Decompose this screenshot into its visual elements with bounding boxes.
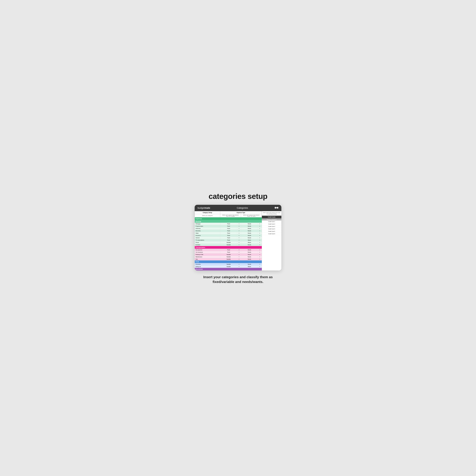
dropdown-arrow2[interactable]: ▾ <box>258 263 262 265</box>
expense-cell[interactable]: Fixed <box>220 234 237 237</box>
credit-card-item-3[interactable]: Credit Card 3 <box>262 225 281 228</box>
page-subtitle: Insert your categories and classify them… <box>195 275 281 284</box>
credit-card-item-2[interactable]: Credit Card 2 <box>262 223 281 225</box>
category-cell: Furniture <box>195 244 220 246</box>
type-cell[interactable]: Needs <box>241 263 258 265</box>
dropdown-arrow[interactable]: ▾ <box>237 253 241 256</box>
table-row: Maintenance Variable ▾ Needs ▾ <box>195 256 262 258</box>
type-cell[interactable]: Needs <box>241 251 258 253</box>
dropdown-arrow2[interactable]: ▾ <box>258 265 262 268</box>
dropdown-arrow[interactable]: ▾ <box>237 244 241 246</box>
type-cell[interactable]: Needs <box>241 258 258 260</box>
dropdown-arrow2[interactable]: ▾ <box>258 244 262 246</box>
expense-cell[interactable]: Variable <box>220 263 237 265</box>
type-cell[interactable]: Wants <box>241 241 258 244</box>
dropdown-arrow[interactable]: ▾ <box>237 258 241 260</box>
type-cell[interactable]: Needs <box>241 230 258 232</box>
dropdown-arrow[interactable]: ▾ <box>237 234 241 237</box>
type-cell[interactable]: Needs <box>241 237 258 239</box>
dropdown-arrow[interactable]: ▾ <box>237 227 241 230</box>
category-cell: Car insurance <box>195 251 220 253</box>
expense-cell[interactable]: Variable <box>220 244 237 246</box>
expense-cell[interactable]: Fixed <box>220 237 237 239</box>
dropdown-arrow2[interactable]: ▾ <box>258 256 262 258</box>
dropdown-arrow2[interactable]: ▾ <box>258 258 262 260</box>
dropdown-arrow2[interactable]: ▾ <box>258 223 262 225</box>
dropdown-arrow2[interactable]: ▾ <box>258 239 262 241</box>
table-row: Groceries Variable ▾ Needs ▾ <box>195 263 262 265</box>
section-food: Food <box>195 260 262 263</box>
col-expense-sub1: Define each expense type between 'fixed'… <box>220 214 241 217</box>
credit-card-item-6[interactable]: Credit Card 6 <box>262 233 281 235</box>
type-cell[interactable]: Needs <box>241 256 258 258</box>
expense-cell[interactable]: Fixed <box>220 227 237 230</box>
expense-cell[interactable]: Variable <box>220 265 237 268</box>
table-row: Eating out Variable ▾ Wants ▾ <box>195 265 262 268</box>
dropdown-arrow[interactable]: ▾ <box>237 249 241 251</box>
category-cell: Parking & Tolls <box>195 253 220 256</box>
dropdown-arrow[interactable]: ▾ <box>237 230 241 232</box>
food-label: Food <box>195 260 262 263</box>
expense-cell[interactable]: Fixed <box>220 230 237 232</box>
dropdown-arrow2[interactable]: ▾ <box>258 253 262 256</box>
dropdown-arrow2[interactable]: ▾ <box>258 232 262 234</box>
dropdown-arrow2[interactable]: ▾ <box>258 230 262 232</box>
expense-cell[interactable]: Fixed <box>220 249 237 251</box>
section-household: Household <box>195 268 262 271</box>
svg-point-2 <box>276 207 277 208</box>
type-cell[interactable]: Needs <box>241 249 258 251</box>
type-cell[interactable]: Wants <box>241 265 258 268</box>
expense-cell[interactable]: Fixed <box>220 223 237 225</box>
type-cell[interactable]: Needs <box>241 234 258 237</box>
type-cell[interactable]: Needs <box>241 244 258 246</box>
dropdown-arrow[interactable]: ▾ <box>237 251 241 253</box>
dropdown-arrow2[interactable]: ▾ <box>258 241 262 244</box>
type-cell[interactable]: Needs <box>241 225 258 227</box>
category-cell: Property taxes <box>195 225 220 227</box>
category-cell: Insurance <box>195 234 220 237</box>
dropdown-arrow[interactable]: ▾ <box>237 256 241 258</box>
credit-card-item-4[interactable]: Credit Card 4 <box>262 228 281 230</box>
dropdown-arrow[interactable]: ▾ <box>237 239 241 241</box>
dropdown-arrow2[interactable]: ▾ <box>258 251 262 253</box>
expense-cell[interactable]: Variable <box>220 256 237 258</box>
expense-cell[interactable]: Variable <box>220 258 237 260</box>
dropdown-arrow[interactable]: ▾ <box>237 265 241 268</box>
dropdown-arrow[interactable]: ▾ <box>237 232 241 234</box>
type-cell[interactable]: Needs <box>241 232 258 234</box>
category-cell: Water <box>195 232 220 234</box>
table-row: Car payment Fixed ▾ Needs ▾ <box>195 249 262 251</box>
dropdown-arrow[interactable]: ▾ <box>237 237 241 239</box>
app-body: Category Setup Expense Type Define your … <box>195 211 281 271</box>
page-title: categories setup <box>209 192 267 201</box>
type-cell[interactable]: Needs <box>241 253 258 256</box>
expense-cell[interactable]: Fixed <box>220 232 237 234</box>
table-row: Electricity Fixed ▾ Needs ▾ <box>195 230 262 232</box>
credit-card-item-1[interactable]: Credit Card 1 <box>262 221 281 223</box>
dropdown-arrow[interactable]: ▾ <box>237 225 241 227</box>
household-label: Household <box>195 268 262 271</box>
expense-cell[interactable]: Fixed <box>220 225 237 227</box>
credit-card-item-5[interactable]: Credit Card 5 <box>262 230 281 233</box>
dropdown-arrow2[interactable]: ▾ <box>258 227 262 230</box>
dropdown-arrow[interactable]: ▾ <box>237 241 241 244</box>
table-row: Water Fixed ▾ Needs ▾ <box>195 232 262 234</box>
dropdown-arrow2[interactable]: ▾ <box>258 237 262 239</box>
app-header: budgetmate Categories <box>195 205 281 211</box>
expense-cell[interactable]: Variable <box>220 253 237 256</box>
dropdown-arrow[interactable]: ▾ <box>237 223 241 225</box>
dropdown-arrow2[interactable]: ▾ <box>258 249 262 251</box>
expense-cell[interactable]: Variable <box>220 241 237 244</box>
dropdown-arrow2[interactable]: ▾ <box>258 234 262 237</box>
expense-cell[interactable]: Fixed <box>220 251 237 253</box>
app-logo: budgetmate <box>198 206 210 209</box>
category-cell: TV subscriptions <box>195 239 220 241</box>
expense-cell[interactable]: Fixed <box>220 239 237 241</box>
dropdown-arrow2[interactable]: ▾ <box>258 225 262 227</box>
dropdown-arrow[interactable]: ▾ <box>237 263 241 265</box>
table-row: Parking & Tolls Variable ▾ Needs ▾ <box>195 253 262 256</box>
type-cell[interactable]: Needs <box>241 227 258 230</box>
category-cell: Phone <box>195 241 220 244</box>
type-cell[interactable]: Wants <box>241 239 258 241</box>
type-cell[interactable]: Needs <box>241 223 258 225</box>
